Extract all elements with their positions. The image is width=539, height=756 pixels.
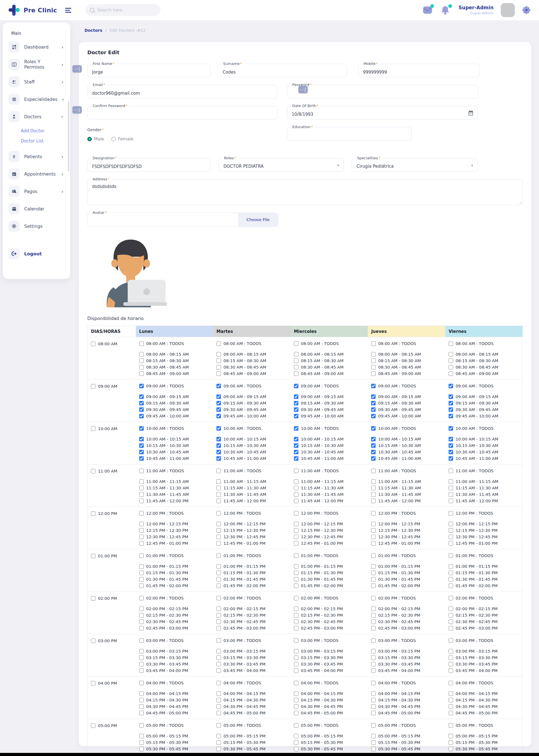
slot-checkbox-item[interactable]: 04:15 PM - 04:30 PM <box>449 697 519 703</box>
slot-checkbox[interactable] <box>216 655 221 660</box>
sidebar-item-staff[interactable]: Staff › <box>3 73 70 90</box>
slot-checkbox[interactable] <box>216 522 221 526</box>
todos-checkbox-item[interactable]: 12:00 PM : TODOS <box>139 510 210 517</box>
slot-checkbox-item[interactable]: 12:30 PM - 12:45 PM <box>139 533 210 540</box>
slot-checkbox[interactable] <box>139 443 144 448</box>
slot-checkbox[interactable] <box>371 655 376 660</box>
slot-checkbox[interactable] <box>449 407 453 412</box>
slot-checkbox[interactable] <box>449 371 453 376</box>
slot-checkbox-item[interactable]: 11:30 AM - 11:45 AM <box>139 491 210 498</box>
slot-checkbox-item[interactable]: 01:45 PM - 02:00 PM <box>139 582 210 589</box>
todos-checkbox-item[interactable]: 02:00 PM : TODOS <box>371 595 442 601</box>
todos-checkbox-item[interactable]: 12:00 PM : TODOS <box>449 510 519 517</box>
slot-checkbox-item[interactable]: 09:00 AM - 09:15 AM <box>216 393 287 400</box>
slot-checkbox-item[interactable]: 09:15 AM - 09:30 AM <box>139 400 210 406</box>
slot-checkbox-item[interactable]: 05:15 PM - 05:30 PM <box>371 739 442 746</box>
slot-checkbox[interactable] <box>449 577 453 582</box>
todos-checkbox[interactable] <box>294 553 298 558</box>
slot-checkbox[interactable] <box>294 613 298 617</box>
todos-checkbox-item[interactable]: 09:00 AM : TODOS <box>139 383 210 389</box>
todos-checkbox[interactable] <box>294 341 298 346</box>
password-input[interactable] <box>287 85 478 98</box>
slot-checkbox[interactable] <box>449 655 453 660</box>
slot-checkbox-item[interactable]: 09:15 AM - 09:30 AM <box>294 400 365 406</box>
slot-checkbox-item[interactable]: 02:00 PM - 02:15 PM <box>216 606 287 612</box>
surname-input[interactable] <box>218 64 347 77</box>
slot-checkbox-item[interactable]: 05:15 PM - 05:30 PM <box>294 739 365 746</box>
slot-checkbox-item[interactable]: 05:30 PM - 05:45 PM <box>294 746 365 752</box>
slot-checkbox[interactable] <box>139 522 144 526</box>
slot-checkbox-item[interactable]: 09:15 AM - 09:30 AM <box>216 400 287 406</box>
slot-checkbox[interactable] <box>216 414 221 418</box>
slot-checkbox-item[interactable]: 03:30 PM - 03:45 PM <box>371 661 442 667</box>
search-input[interactable] <box>97 8 148 13</box>
address-textarea[interactable]: dsdsdsdsds <box>88 179 522 205</box>
slot-checkbox[interactable] <box>449 414 453 418</box>
slot-checkbox[interactable] <box>371 711 376 715</box>
hour-checkbox-item[interactable]: 03:00 PM <box>91 637 132 644</box>
slot-checkbox-item[interactable]: 11:00 AM - 11:15 AM <box>371 478 442 485</box>
todos-checkbox[interactable] <box>139 511 144 516</box>
slot-checkbox[interactable] <box>139 704 144 709</box>
todos-checkbox-item[interactable]: 02:00 PM : TODOS <box>139 595 210 601</box>
slot-checkbox[interactable] <box>216 456 221 461</box>
slot-checkbox[interactable] <box>449 691 453 696</box>
slot-checkbox[interactable] <box>216 486 221 490</box>
slot-checkbox[interactable] <box>449 704 453 709</box>
slot-checkbox-item[interactable]: 03:15 PM - 03:30 PM <box>371 654 442 661</box>
slot-checkbox[interactable] <box>371 564 376 569</box>
slot-checkbox-item[interactable]: 12:15 PM - 12:30 PM <box>449 527 519 533</box>
slot-checkbox[interactable] <box>216 450 221 454</box>
slot-checkbox-item[interactable]: 11:45 AM - 12:00 PM <box>216 498 287 504</box>
slot-checkbox-item[interactable]: 03:45 PM - 04:00 PM <box>139 667 210 674</box>
todos-checkbox-item[interactable]: 08:00 AM : TODOS <box>371 340 442 347</box>
slot-checkbox[interactable] <box>139 492 144 497</box>
hour-checkbox[interactable] <box>91 723 96 728</box>
slot-checkbox-item[interactable]: 12:45 PM - 01:00 PM <box>294 540 365 546</box>
todos-checkbox[interactable] <box>449 469 453 473</box>
slot-checkbox-item[interactable]: 10:15 AM - 10:30 AM <box>216 442 287 449</box>
slot-checkbox[interactable] <box>139 528 144 533</box>
slot-checkbox[interactable] <box>371 740 376 745</box>
slot-checkbox[interactable] <box>371 734 376 738</box>
gender-female-option[interactable]: Female <box>112 137 133 142</box>
slot-checkbox[interactable] <box>216 407 221 412</box>
todos-checkbox[interactable] <box>216 681 221 685</box>
slot-checkbox[interactable] <box>216 626 221 630</box>
slot-checkbox[interactable] <box>449 522 453 526</box>
todos-checkbox-item[interactable]: 05:00 PM : TODOS <box>371 722 442 728</box>
slot-checkbox-item[interactable]: 04:30 PM - 04:45 PM <box>139 703 210 709</box>
slot-checkbox[interactable] <box>139 407 144 412</box>
slot-checkbox-item[interactable]: 09:30 AM - 09:45 AM <box>216 406 287 413</box>
slot-checkbox-item[interactable]: 09:30 AM - 09:45 AM <box>294 406 365 413</box>
slot-checkbox-item[interactable]: 12:30 PM - 12:45 PM <box>371 533 442 540</box>
todos-checkbox[interactable] <box>216 341 221 346</box>
slot-checkbox-item[interactable]: 01:15 PM - 01:30 PM <box>294 569 365 576</box>
slot-checkbox[interactable] <box>294 711 298 715</box>
slot-checkbox-item[interactable]: 02:15 PM - 02:30 PM <box>371 612 442 618</box>
slot-checkbox[interactable] <box>216 711 221 715</box>
todos-checkbox[interactable] <box>139 723 144 728</box>
todos-checkbox-item[interactable]: 11:00 AM : TODOS <box>371 468 442 474</box>
slot-checkbox-item[interactable]: 03:15 PM - 03:30 PM <box>216 654 287 661</box>
slot-checkbox-item[interactable]: 04:30 PM - 04:45 PM <box>294 703 365 709</box>
slot-checkbox[interactable] <box>449 499 453 503</box>
extension-autofill-badge[interactable]: ⋯| <box>298 86 308 93</box>
slot-checkbox[interactable] <box>371 528 376 533</box>
slot-checkbox[interactable] <box>139 352 144 356</box>
slot-checkbox-item[interactable]: 12:00 PM - 12:15 PM <box>371 520 442 527</box>
todos-checkbox-item[interactable]: 03:00 PM : TODOS <box>139 637 210 644</box>
slot-checkbox-item[interactable]: 09:30 AM - 09:45 AM <box>139 406 210 413</box>
slot-checkbox-item[interactable]: 05:30 PM - 05:45 PM <box>449 746 519 752</box>
slot-checkbox-item[interactable]: 10:30 AM - 10:45 AM <box>216 449 287 455</box>
slot-checkbox[interactable] <box>216 747 221 751</box>
slot-checkbox[interactable] <box>371 414 376 418</box>
todos-checkbox[interactable] <box>216 553 221 558</box>
slot-checkbox-item[interactable]: 09:00 AM - 09:15 AM <box>139 393 210 400</box>
sidebar-subitem-add-doctor[interactable]: Add Doctor <box>21 126 70 136</box>
slot-checkbox-item[interactable]: 09:45 AM - 10:00 AM <box>371 413 442 419</box>
slot-checkbox-item[interactable]: 02:00 PM - 02:15 PM <box>449 606 519 612</box>
slot-checkbox-item[interactable]: 05:30 PM - 05:45 PM <box>371 746 442 752</box>
slot-checkbox[interactable] <box>371 371 376 376</box>
slot-checkbox[interactable] <box>371 619 376 624</box>
